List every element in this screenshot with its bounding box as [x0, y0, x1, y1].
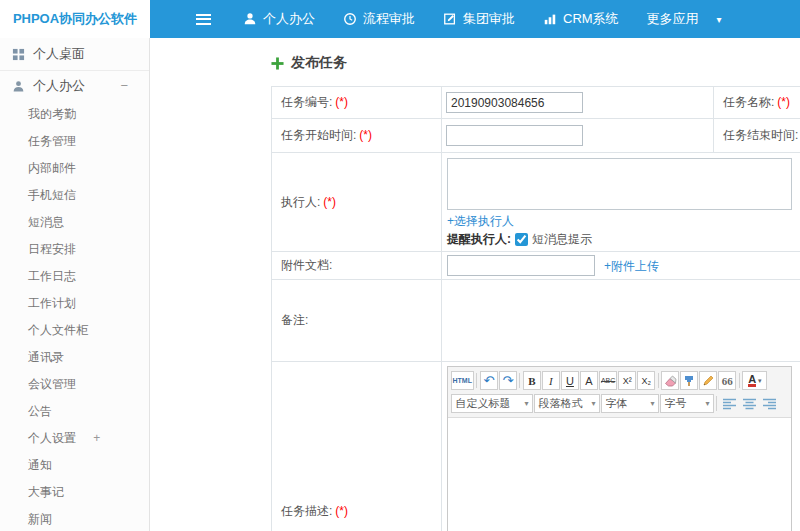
- chevron-down-icon: ▾: [758, 377, 762, 385]
- nav-group-approval[interactable]: 集团审批: [429, 0, 529, 38]
- sidebar-item-work-log[interactable]: 工作日志: [0, 263, 149, 290]
- sms-remind-option-label: 短消息提示: [532, 231, 592, 248]
- redo-button[interactable]: ↷: [499, 371, 517, 390]
- sidebar-item-internal-mail[interactable]: 内部邮件: [0, 155, 149, 182]
- toolbar-separator: [716, 396, 717, 411]
- select-label: 段落格式: [539, 396, 583, 411]
- form-table: 任务编号:(*) 任务名称:(*) 任务开始时间:(*): [271, 86, 800, 531]
- nav-crm[interactable]: CRM系统: [529, 0, 633, 38]
- required-mark: (*): [359, 128, 372, 142]
- form-row-time: 任务开始时间:(*) 任务结束时间:(*): [272, 119, 800, 153]
- toolbar-separator: [519, 373, 520, 388]
- eraser-icon: [664, 375, 677, 387]
- undo-button[interactable]: ↶: [480, 371, 498, 390]
- form-row-task-number: 任务编号:(*) 任务名称:(*): [272, 87, 800, 119]
- font-size-select[interactable]: 字号 ▾: [660, 394, 714, 413]
- custom-title-select[interactable]: 自定义标题 ▾: [451, 394, 533, 413]
- chevron-down-icon: ▾: [524, 399, 528, 408]
- page-title-row: 发布任务: [271, 53, 800, 73]
- nav-personal-office[interactable]: 个人办公: [229, 0, 329, 38]
- align-right-button[interactable]: [760, 394, 779, 413]
- chevron-down-icon[interactable]: ▾: [713, 14, 732, 25]
- brush-icon: [683, 375, 695, 387]
- strikethrough-button[interactable]: ABC: [599, 371, 617, 390]
- sidebar-item-announcement[interactable]: 公告: [0, 398, 149, 425]
- bold-button[interactable]: B: [523, 371, 541, 390]
- user-icon: [243, 12, 257, 26]
- required-mark: (*): [335, 95, 348, 109]
- editor-content-area[interactable]: [448, 418, 791, 531]
- hamburger-menu-button[interactable]: [196, 0, 211, 38]
- chevron-down-icon: ▾: [591, 399, 595, 408]
- sidebar-item-notification[interactable]: 通知: [0, 452, 149, 479]
- font-family-select[interactable]: 字体 ▾: [601, 394, 659, 413]
- superscript-button[interactable]: X²: [618, 371, 636, 390]
- sidebar-item-file-cabinet[interactable]: 个人文件柜: [0, 317, 149, 344]
- select-label: 字体: [606, 396, 628, 411]
- attachment-upload-link[interactable]: +附件上传: [604, 259, 659, 273]
- person-icon: [12, 80, 25, 93]
- sidebar-item-contacts[interactable]: 通讯录: [0, 344, 149, 371]
- remark-textarea[interactable]: [442, 282, 800, 360]
- sidebar-item-short-message[interactable]: 短消息: [0, 209, 149, 236]
- sidebar-item-desktop[interactable]: 个人桌面: [0, 38, 149, 71]
- subscript-button[interactable]: X₂: [637, 371, 655, 390]
- nav-label: CRM系统: [563, 10, 619, 28]
- align-right-icon: [763, 398, 776, 410]
- description-value-cell: HTML ↶ ↷ B I U A ABC: [442, 362, 800, 531]
- chevron-down-icon: ▾: [705, 399, 709, 408]
- start-time-input[interactable]: [446, 125, 583, 146]
- toolbar-separator: [476, 373, 477, 388]
- main-content: 发布任务 任务编号:(*) 任务名称:(*): [151, 38, 800, 531]
- start-time-label-cell: 任务开始时间:(*): [272, 119, 442, 153]
- sidebar-item-mobile-sms[interactable]: 手机短信: [0, 182, 149, 209]
- sidebar-item-memorabilia[interactable]: 大事记: [0, 479, 149, 506]
- remark-label-cell: 备注:: [272, 280, 442, 362]
- expand-plus-icon[interactable]: +: [93, 431, 100, 445]
- choose-executor-link[interactable]: +选择执行人: [447, 214, 514, 228]
- nav-label: 更多应用: [647, 10, 699, 28]
- sidebar-item-attendance[interactable]: 我的考勤: [0, 101, 149, 128]
- collapse-minus-icon[interactable]: −: [120, 71, 128, 101]
- format-brush-button[interactable]: [680, 371, 698, 390]
- pen-button[interactable]: [699, 371, 717, 390]
- rich-text-editor: HTML ↶ ↷ B I U A ABC: [447, 366, 792, 531]
- sidebar-item-task-management[interactable]: 任务管理: [0, 128, 149, 155]
- sidebar-item-news[interactable]: 新闻: [0, 506, 149, 531]
- align-left-button[interactable]: [720, 394, 739, 413]
- chevron-down-icon: ▾: [650, 399, 654, 408]
- nav-more-apps[interactable]: 更多应用: [633, 0, 713, 38]
- executor-value-cell: +选择执行人 提醒执行人: 短消息提示: [442, 153, 800, 252]
- clock-icon: [343, 12, 357, 26]
- sidebar: 个人桌面 个人办公 − 我的考勤 任务管理 内部邮件 手机短信 短消息 日程安排…: [0, 38, 150, 531]
- font-color-button[interactable]: A ▾: [742, 371, 767, 390]
- pen-icon: [702, 375, 714, 387]
- field-label: 任务描述:: [281, 504, 332, 518]
- add-icon: [271, 57, 284, 70]
- sidebar-item-meeting-management[interactable]: 会议管理: [0, 371, 149, 398]
- task-form: 任务编号:(*) 任务名称:(*) 任务开始时间:(*): [271, 86, 800, 531]
- task-number-input[interactable]: [446, 92, 583, 113]
- remind-label: 提醒执行人:: [447, 231, 511, 248]
- font-border-button[interactable]: A: [580, 371, 598, 390]
- eraser-button[interactable]: [661, 371, 679, 390]
- sms-remind-checkbox[interactable]: [515, 233, 528, 246]
- nav-process-approval[interactable]: 流程审批: [329, 0, 429, 38]
- align-center-button[interactable]: [740, 394, 759, 413]
- sidebar-item-schedule[interactable]: 日程安排: [0, 236, 149, 263]
- sidebar-section-personal-office[interactable]: 个人办公 −: [0, 71, 149, 101]
- sidebar-item-settings[interactable]: 个人设置 +: [0, 425, 149, 452]
- task-name-label-cell: 任务名称:(*): [714, 87, 800, 119]
- sidebar-section-label: 个人办公: [33, 77, 85, 95]
- paragraph-format-select[interactable]: 段落格式 ▾: [534, 394, 600, 413]
- sidebar-item-work-plan[interactable]: 工作计划: [0, 290, 149, 317]
- nav-label: 个人办公: [263, 10, 315, 28]
- underline-button[interactable]: U: [561, 371, 579, 390]
- html-source-button[interactable]: HTML: [451, 371, 474, 390]
- blockquote-button[interactable]: 66: [718, 371, 736, 390]
- attachment-input[interactable]: [447, 255, 595, 276]
- executor-textarea[interactable]: [447, 158, 792, 210]
- field-label: 执行人:: [281, 195, 320, 209]
- italic-button[interactable]: I: [542, 371, 560, 390]
- required-mark: (*): [335, 504, 348, 518]
